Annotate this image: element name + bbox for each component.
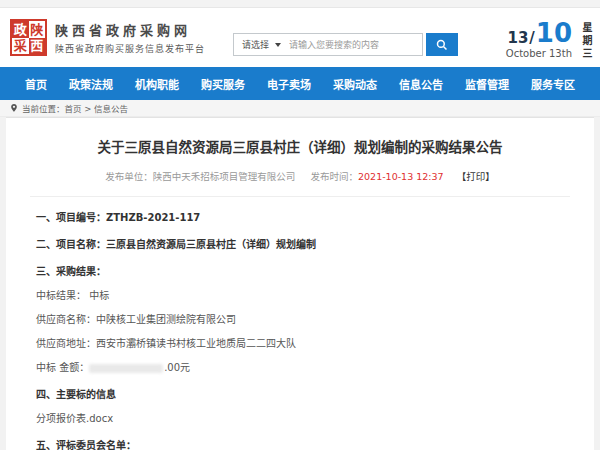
section-result: 三、采购结果：	[36, 263, 570, 278]
location-pin-icon	[10, 104, 18, 112]
section-main-subject: 四、主要标的信息	[36, 386, 570, 401]
nav-item-functions[interactable]: 机构职能	[135, 76, 179, 92]
section-committee: 五、评标委员会名单：	[36, 437, 570, 450]
date-month: 10	[536, 20, 572, 46]
site-header: 政 陕 采 西 陕西省政府采购网 陕西省政府购买服务信息发布平台 请选择 13 …	[0, 8, 600, 67]
search-icon	[436, 39, 448, 51]
search-area: 请选择	[233, 33, 458, 56]
top-strip	[0, 0, 600, 8]
article-content: 关于三原县自然资源局三原县村庄（详细）规划编制的采购结果公告 发布单位：陕西中天…	[6, 117, 594, 450]
nav-item-notices[interactable]: 信息公告	[399, 76, 443, 92]
date-block: 13 / 10 October 13th	[506, 20, 572, 59]
supplier-name-line: 供应商名称：中陕核工业集团测绘院有限公司	[36, 311, 570, 326]
nav-item-purchase[interactable]: 购买服务	[201, 76, 245, 92]
site-logo: 政 陕 采 西	[10, 19, 47, 56]
date-weekday: 星期三	[579, 22, 594, 61]
bid-amount-line: 中标 金额：.00元	[36, 359, 570, 374]
logo-char: 政	[12, 21, 29, 38]
search-select-label: 请选择	[242, 38, 269, 51]
search-box: 请选择	[233, 33, 423, 56]
site-title: 陕西省政府采购网	[55, 20, 205, 39]
publish-time-label: 发布时间：	[310, 171, 358, 182]
bid-amount-label: 中标 金额：	[36, 362, 89, 373]
date-separator: /	[529, 31, 534, 46]
search-button[interactable]	[426, 33, 458, 56]
nav-item-home[interactable]: 首页	[25, 76, 47, 92]
section-project-number: 一、项目编号：ZTHZB-2021-117	[36, 209, 570, 224]
bid-amount-suffix: .00元	[164, 362, 190, 373]
nav-item-emarket[interactable]: 电子卖场	[267, 76, 311, 92]
bid-result-line: 中标结果： 中标	[36, 287, 570, 302]
attachment-link[interactable]: 分项报价表.docx	[36, 410, 570, 425]
breadcrumb: 当前位置： 首页 > 信息公告	[0, 100, 600, 117]
search-input[interactable]	[289, 40, 422, 50]
site-name: 陕西省政府采购网 陕西省政府购买服务信息发布平台	[55, 20, 205, 55]
date-day: 13	[507, 31, 528, 46]
print-button[interactable]: 【打印】	[457, 171, 495, 182]
article-meta: 发布单位：陕西中天禾招标项目管理有限公司 发布时间：2021-10-13 12:…	[30, 169, 570, 183]
breadcrumb-label: 当前位置：	[22, 102, 65, 114]
publisher-label: 发布单位：	[105, 171, 153, 182]
page-title: 关于三原县自然资源局三原县村庄（详细）规划编制的采购结果公告	[30, 136, 570, 156]
nav-item-services[interactable]: 服务专区	[531, 76, 575, 92]
logo-char: 陕	[29, 21, 46, 38]
logo-char: 采	[12, 38, 29, 55]
section-project-name: 二、项目名称：三原县自然资源局三原县村庄（详细）规划编制	[36, 236, 570, 251]
supplier-addr-line: 供应商地址：西安市灞桥镇读书村核工业地质局二二四大队	[36, 335, 570, 350]
nav-item-news[interactable]: 采购动态	[333, 76, 377, 92]
chevron-down-icon	[275, 43, 281, 47]
date-english: October 13th	[506, 48, 572, 59]
breadcrumb-path[interactable]: 首页 > 信息公告	[65, 102, 129, 114]
publish-time: 2021-10-13 12:37	[358, 171, 444, 182]
divider	[30, 196, 570, 197]
nav-item-supervision[interactable]: 监督管理	[465, 76, 509, 92]
nav-item-policies[interactable]: 政策法规	[69, 76, 113, 92]
redacted-amount	[89, 364, 163, 373]
site-subtitle: 陕西省政府购买服务信息发布平台	[55, 42, 205, 55]
main-nav: 首页 政策法规 机构职能 购买服务 电子卖场 采购动态 信息公告 监督管理 服务…	[0, 67, 600, 100]
search-category-select[interactable]: 请选择	[234, 38, 289, 51]
logo-char: 西	[29, 38, 46, 55]
publisher-name: 陕西中天禾招标项目管理有限公司	[153, 171, 296, 182]
